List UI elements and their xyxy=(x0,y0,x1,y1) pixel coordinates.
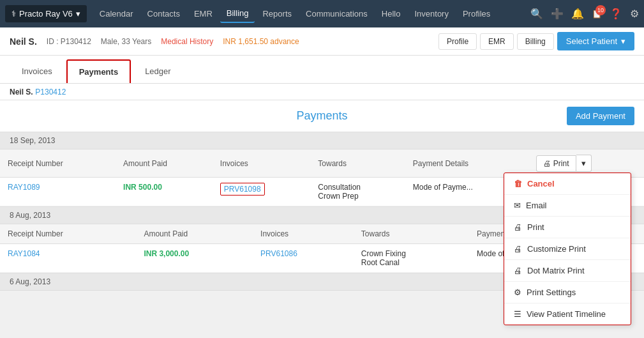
receipt-link-2[interactable]: RAY1084 xyxy=(8,249,40,258)
print-settings-label: Print Settings xyxy=(527,288,576,291)
dropdown-customize-print[interactable]: 🖨 Customize Print xyxy=(504,238,631,260)
dropdown-print[interactable]: 🖨 Print xyxy=(504,217,631,238)
receipt-link[interactable]: RAY1089 xyxy=(8,183,40,192)
select-patient-chevron-icon: ▾ xyxy=(621,36,625,46)
cancel-label: Cancel xyxy=(527,179,555,188)
brand-icon: ⚕ xyxy=(11,9,16,19)
amount-value-2: INR 3,000.00 xyxy=(144,249,189,258)
patient-gender: Male, 33 Years xyxy=(101,37,151,46)
col-amount-1: Amount Paid xyxy=(116,150,213,178)
page-title: Payments xyxy=(218,109,426,123)
tabs-bar: Invoices Payments Ledger xyxy=(0,56,644,84)
breadcrumb-name: Neil S. xyxy=(10,88,33,96)
print-dropdown-button[interactable]: ▾ xyxy=(576,155,592,172)
help-icon[interactable]: ❓ xyxy=(610,8,622,20)
cell-receipt-2: RAY1084 xyxy=(0,244,136,273)
profile-button[interactable]: Profile xyxy=(438,33,477,50)
tab-payments[interactable]: Payments xyxy=(66,59,131,83)
col-amount-2: Amount Paid xyxy=(136,224,253,244)
section-date-1: 18 Sep, 2013 xyxy=(0,132,644,150)
nav-hello[interactable]: Hello xyxy=(375,5,407,22)
breadcrumb-area: Neil S. P130412 xyxy=(0,84,644,100)
patient-id: ID : P130412 xyxy=(47,37,91,46)
invoice-link[interactable]: PRV61098 xyxy=(220,183,265,196)
col-towards-2: Towards xyxy=(354,224,469,244)
page-header: Payments Add Payment xyxy=(0,100,644,132)
cell-towards: Consultation Crown Prep xyxy=(310,178,405,206)
patient-name: Neil S. xyxy=(10,36,37,47)
messages-icon-wrap[interactable]: 📋 10 xyxy=(592,9,602,19)
dropdown-cancel[interactable]: 🗑 Cancel xyxy=(504,173,631,195)
invoice-link-2[interactable]: PRV61086 xyxy=(260,249,297,258)
nav-right: 🔍 ➕ 🔔 📋 10 ❓ ⚙ xyxy=(530,8,639,20)
customize-print-label: Customize Print xyxy=(527,244,586,254)
col-invoices-2: Invoices xyxy=(253,224,354,244)
amount-value: INR 500.00 xyxy=(123,183,162,192)
nav-profiles[interactable]: Profiles xyxy=(456,5,497,22)
nav-inventory[interactable]: Inventory xyxy=(408,5,454,22)
brand-logo[interactable]: ⚕ Practo Ray V6 ▾ xyxy=(5,5,87,22)
select-patient-label: Select Patient xyxy=(566,36,617,46)
search-icon[interactable]: 🔍 xyxy=(530,8,543,20)
brand-name: Practo Ray V6 xyxy=(19,9,73,19)
print-item-label: Print xyxy=(527,222,544,232)
settings-icon[interactable]: ⚙ xyxy=(630,8,639,20)
print-btn-wrap: 🖨 Print ▾ xyxy=(536,155,636,172)
cell-receipt: RAY1089 xyxy=(0,178,116,206)
nav-calendar[interactable]: Calendar xyxy=(93,5,140,22)
cell-invoice: PRV61098 xyxy=(213,178,311,206)
print-settings-icon: ⚙ xyxy=(514,288,521,291)
email-label: Email xyxy=(526,201,547,210)
print-button[interactable]: 🖨 Print xyxy=(536,155,576,172)
nav-reports[interactable]: Reports xyxy=(256,5,298,22)
tab-ledger[interactable]: Ledger xyxy=(133,59,183,83)
nav-communications[interactable]: Communications xyxy=(299,5,374,22)
cancel-icon: 🗑 xyxy=(514,179,522,188)
emr-button[interactable]: EMR xyxy=(480,33,514,50)
payment-details-text: Mode of Payme... xyxy=(413,183,473,192)
cell-towards-2: Crown Fixing Root Canal xyxy=(354,244,469,273)
nav-contacts[interactable]: Contacts xyxy=(141,5,186,22)
dropdown-print-settings[interactable]: ⚙ Print Settings xyxy=(504,282,631,291)
nav-billing[interactable]: Billing xyxy=(220,4,255,23)
customize-print-icon: 🖨 xyxy=(514,244,522,254)
cell-amount: INR 500.00 xyxy=(116,178,213,206)
dot-matrix-icon: 🖨 xyxy=(514,266,522,275)
tab-invoices[interactable]: Invoices xyxy=(10,59,64,83)
brand-chevron-icon: ▾ xyxy=(76,9,80,19)
cell-invoice-2: PRV61086 xyxy=(253,244,354,273)
col-receipt-2: Receipt Number xyxy=(0,224,136,244)
towards-line-1: Consultation xyxy=(318,183,397,192)
col-towards-1: Towards xyxy=(310,150,405,178)
print-icon: 🖨 xyxy=(543,159,551,168)
patient-advance: INR 1,651.50 advance xyxy=(223,37,299,46)
towards-line-2-1: Crown Fixing xyxy=(361,249,461,258)
navbar: ⚕ Practo Ray V6 ▾ Calendar Contacts EMR … xyxy=(0,0,644,27)
patient-bar: Neil S. ID : P130412 Male, 33 Years Medi… xyxy=(0,27,644,56)
cell-amount-2: INR 3,000.00 xyxy=(136,244,253,273)
billing-button[interactable]: Billing xyxy=(517,33,554,50)
patient-actions: Profile EMR Billing Select Patient ▾ xyxy=(438,32,634,50)
col-receipt-1: Receipt Number xyxy=(0,150,116,178)
add-payment-button[interactable]: Add Payment xyxy=(567,107,634,125)
select-patient-button[interactable]: Select Patient ▾ xyxy=(557,32,634,50)
email-icon: ✉ xyxy=(514,201,521,210)
print-item-icon: 🖨 xyxy=(514,222,522,232)
dropdown-email[interactable]: ✉ Email xyxy=(504,195,631,217)
breadcrumb-id[interactable]: P130412 xyxy=(35,88,66,96)
nav-items: Calendar Contacts EMR Billing Reports Co… xyxy=(93,4,530,23)
towards-line-2-2: Root Canal xyxy=(361,258,461,267)
dropdown-menu: 🗑 Cancel ✉ Email 🖨 Print 🖨 Customize Pri… xyxy=(504,173,631,291)
messages-badge: 10 xyxy=(595,5,606,15)
nav-emr[interactable]: EMR xyxy=(188,5,219,22)
medical-history-link[interactable]: Medical History xyxy=(161,37,213,46)
col-invoices-1: Invoices xyxy=(213,150,311,178)
dot-matrix-label: Dot Matrix Print xyxy=(527,266,585,275)
dropdown-dot-matrix[interactable]: 🖨 Dot Matrix Print xyxy=(504,260,631,282)
add-icon[interactable]: ➕ xyxy=(551,8,564,20)
bell-icon[interactable]: 🔔 xyxy=(571,8,584,20)
print-label: Print xyxy=(553,159,569,168)
towards-line-2: Crown Prep xyxy=(318,192,397,201)
